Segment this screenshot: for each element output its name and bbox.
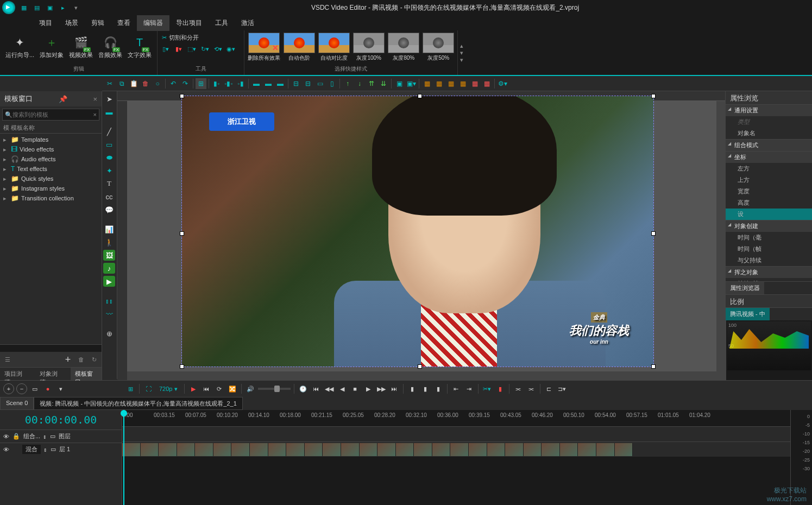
prev-frame-icon[interactable]: ◀◀ (324, 383, 335, 394)
grid5-icon[interactable]: ▦ (469, 78, 480, 89)
wave-icon[interactable]: ⫾ (43, 433, 47, 440)
video-tool-icon[interactable]: ▶ (103, 276, 115, 287)
chart-tool-icon[interactable]: 📊 (103, 224, 115, 235)
property-section-header[interactable]: 通用设置 (726, 104, 812, 116)
arrow-up-icon[interactable]: ↑ (342, 78, 353, 89)
property-section-header[interactable]: 组合模式 (726, 139, 812, 151)
grid4-icon[interactable]: ▦ (457, 78, 468, 89)
menu-item[interactable]: 激活 (235, 15, 261, 31)
clear-search-icon[interactable]: × (93, 111, 97, 118)
resize-handle-n[interactable] (418, 94, 422, 98)
waveform-tool-icon[interactable]: 〰 (103, 308, 115, 319)
fit-height-icon[interactable]: ▯ (326, 78, 337, 89)
ribbon-button[interactable]: 🎧FX音频效果 (96, 33, 124, 60)
align-left-icon[interactable]: ▮◦ (211, 78, 222, 89)
delete-icon[interactable]: 🗑 (140, 78, 151, 89)
add-icon[interactable]: + (64, 355, 72, 364)
line-tool-icon[interactable]: ╱ (103, 126, 115, 137)
close-panel-icon[interactable]: × (93, 95, 97, 103)
tree-item[interactable]: ▸🎧Audio effects (1, 154, 100, 164)
shuffle-icon[interactable]: 🔀 (227, 383, 238, 394)
text-tool-icon[interactable]: T (103, 178, 115, 189)
tl-dropdown-icon[interactable]: ▾ (55, 383, 66, 394)
align-center-h-icon[interactable]: ◦▮◦ (223, 78, 234, 89)
wave2-icon[interactable]: ⫾ (44, 446, 47, 453)
styles-expand-icon[interactable]: ▾ (460, 56, 463, 64)
pointer-tool-icon[interactable]: ➤ (103, 93, 115, 104)
ribbon-button[interactable]: 🎬FX视频效果 (67, 33, 95, 60)
split2-icon[interactable]: ▮ (495, 383, 506, 394)
image-tool-icon[interactable]: 🖼 (103, 250, 115, 261)
ellipse-tool-icon[interactable]: ⬬ (103, 152, 115, 163)
zoom-fit-icon[interactable]: ▭ (29, 383, 40, 394)
caption-tool-icon[interactable]: cc (103, 191, 115, 202)
resize-handle-w[interactable] (180, 231, 184, 236)
ungroup-icon[interactable]: ▣▾ (406, 78, 417, 89)
step-fwd-icon[interactable]: ▶▶ (376, 383, 387, 394)
fit-icon[interactable]: ⛶ (143, 383, 154, 394)
property-section-header[interactable]: 对象创建 (726, 220, 812, 232)
ribbon-button[interactable]: TFX文字效果 (125, 33, 154, 60)
marker2-icon[interactable]: ▮ (420, 383, 431, 394)
resize-handle-s[interactable] (418, 364, 422, 369)
grid3-icon[interactable]: ▦ (445, 78, 456, 89)
track-film-icon[interactable]: ▭ (50, 433, 55, 440)
resize-handle-nw[interactable] (180, 94, 184, 98)
menu-item[interactable]: 工具 (209, 15, 235, 31)
video-clip[interactable] (122, 443, 633, 456)
loop-icon[interactable]: ⟳ (214, 383, 225, 394)
video-object[interactable]: 浙江卫视 金典 我们的容栈 our inn (181, 96, 654, 367)
track2-film-icon[interactable]: ▭ (51, 446, 56, 453)
play2-icon[interactable]: ▶ (363, 383, 374, 394)
timeline-track-1[interactable] (122, 426, 790, 441)
property-row[interactable]: 时间（毫 (726, 232, 812, 243)
stop-icon[interactable]: ■ (350, 383, 361, 394)
ratio-tab[interactable]: 腾讯视频 - 中 (726, 308, 770, 320)
rect-tool-icon[interactable]: ▬ (103, 106, 115, 117)
styles-scroll-down-icon[interactable]: ▾ (460, 49, 463, 56)
video-clip-tab[interactable]: 视频: 腾讯视频 - 中国领先的在线视频媒体平台,海量高清视频在线观看_2_1 (34, 397, 242, 410)
arrow-down2-icon[interactable]: ⇊ (378, 78, 389, 89)
pin-icon[interactable]: 📌 (59, 95, 67, 103)
panel-tab[interactable]: 项目浏览... (0, 368, 35, 380)
quick-style-item[interactable]: ✕删除所有效果 (248, 33, 280, 62)
ripple2-icon[interactable]: ⊐▾ (557, 383, 568, 394)
ribbon-button[interactable]: ✦运行向导... (3, 33, 36, 60)
clock-icon[interactable]: 🕐 (298, 383, 309, 394)
in-point-icon[interactable]: ⇤ (451, 383, 462, 394)
menu-item[interactable]: 场景 (59, 15, 85, 31)
first-frame-icon[interactable]: ⏮ (311, 383, 322, 394)
property-section-header[interactable]: 挥之对象 (726, 266, 812, 278)
grid6-icon[interactable]: ▦ (481, 78, 492, 89)
audio-tool-icon[interactable]: ♪ (103, 263, 115, 274)
grid1-icon[interactable]: ▦ (421, 78, 432, 89)
link-icon[interactable]: ⫘ (513, 383, 524, 394)
tool-flip-icon[interactable]: ⟲▾ (213, 44, 223, 54)
tree-item[interactable]: ▸TText effects (1, 164, 100, 174)
scene-tab[interactable]: Scene 0 (0, 397, 34, 410)
resize-handle-sw[interactable] (180, 364, 184, 369)
property-row[interactable]: 上方 (726, 174, 812, 186)
circle-icon[interactable]: ○ (152, 78, 163, 89)
panel-tab[interactable]: 对象浏览... (35, 368, 71, 380)
eye-icon[interactable]: 👁 (3, 433, 9, 440)
quick-style-item[interactable]: 灰度50% (423, 33, 454, 62)
resolution-dropdown[interactable]: 720p ▾ (156, 384, 181, 394)
marker3-icon[interactable]: ▮ (433, 383, 444, 394)
qat-save-icon[interactable]: ▣ (46, 3, 54, 12)
cut-icon[interactable]: ✂ (104, 78, 115, 89)
undo-icon[interactable]: ↶ (168, 78, 179, 89)
template-search-input[interactable] (12, 111, 93, 118)
arrow-up2-icon[interactable]: ⇈ (366, 78, 377, 89)
trash-icon[interactable]: 🗑 (77, 355, 85, 364)
refresh-icon[interactable]: ↻ (90, 355, 98, 364)
tree-item[interactable]: ▸📁Instagram styles (1, 184, 100, 193)
goto-start-icon[interactable]: ⏮ (201, 383, 212, 394)
group-icon[interactable]: ▣ (394, 78, 405, 89)
align-middle-icon[interactable]: ▬ (263, 78, 274, 89)
menu-item[interactable]: 导出项目 (169, 15, 209, 31)
resize-handle-se[interactable] (651, 364, 656, 369)
person-tool-icon[interactable]: 🚶 (103, 237, 115, 248)
quick-style-item[interactable]: 灰度100% (353, 33, 385, 62)
property-row[interactable]: 设 (726, 209, 812, 220)
